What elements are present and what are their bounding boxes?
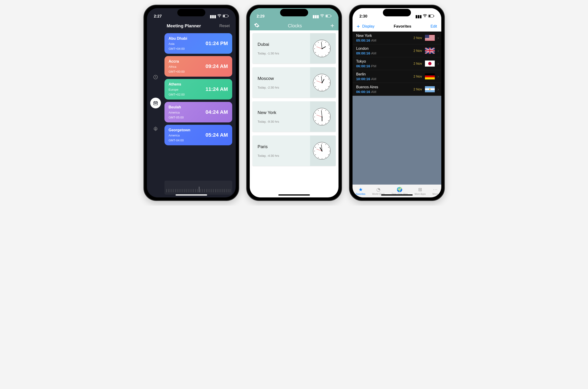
tab-time-zone-map[interactable]: 🌍Time Zone Map xyxy=(392,187,408,195)
flag-icon xyxy=(425,73,435,79)
svg-point-78 xyxy=(425,17,425,17)
display-button[interactable]: Display xyxy=(362,24,374,29)
svg-line-37 xyxy=(315,79,316,79)
favorite-row[interactable]: Berlin 10:00:16AM 2 Nov › xyxy=(352,70,441,83)
battery-icon xyxy=(223,14,229,19)
svg-line-26 xyxy=(322,46,326,49)
reset-button[interactable]: Reset xyxy=(219,24,230,28)
time-label: 01:24 PM xyxy=(206,40,228,46)
page-title: Favorites xyxy=(394,24,411,29)
city-card[interactable]: Beulah America GMT-05:00 04:24 AM xyxy=(164,102,232,122)
status-icons: ▮▮▮ xyxy=(415,14,434,19)
svg-point-92 xyxy=(428,62,432,65)
city-card[interactable]: Athens Europe GMT+02:00 11:24 AM xyxy=(164,79,232,99)
gmt-label: GMT+00:00 xyxy=(169,70,185,73)
sidebar-gear-icon[interactable] xyxy=(150,124,161,134)
city-name: New York xyxy=(356,34,376,38)
region-label: America xyxy=(169,134,190,137)
city-card[interactable]: Abu Dhabi Asia GMT+04:00 01:24 PM xyxy=(164,33,232,54)
home-indicator[interactable] xyxy=(278,194,310,195)
tab-more[interactable]: ⋯More xyxy=(433,187,438,195)
city-name: Tokyo xyxy=(356,59,376,64)
gmt-label: GMT+04:00 xyxy=(169,47,187,50)
battery-icon xyxy=(325,14,332,19)
svg-line-24 xyxy=(325,42,326,42)
analog-clock-icon xyxy=(313,142,331,160)
add-icon[interactable]: + xyxy=(357,23,360,30)
svg-rect-12 xyxy=(326,15,328,17)
city-card[interactable]: Georgetown America GMT-04:00 05:24 AM xyxy=(164,125,232,145)
ampm-label: PM xyxy=(371,64,376,68)
city-name: Georgetown xyxy=(169,128,190,132)
svg-line-42 xyxy=(322,79,324,83)
flag-icon xyxy=(425,48,435,54)
favorite-row[interactable]: Tokyo 06:00:16PM 2 Nov › xyxy=(352,57,441,70)
city-card[interactable]: Accra Africa GMT+00:00 09:24 AM xyxy=(164,56,232,77)
city-name: New York xyxy=(258,110,279,115)
analog-clock-icon xyxy=(313,74,331,91)
battery-icon xyxy=(428,14,434,19)
city-name: Accra xyxy=(169,59,185,64)
region-label: America xyxy=(169,111,184,114)
page-title: Meeting Planner xyxy=(167,23,201,29)
svg-line-41 xyxy=(328,79,329,79)
svg-point-10 xyxy=(322,17,322,17)
signal-icon: ▮▮▮ xyxy=(312,14,319,19)
svg-rect-87 xyxy=(425,39,435,39)
svg-line-70 xyxy=(318,144,318,145)
time-label: 10:00:16 xyxy=(356,77,370,81)
home-indicator[interactable] xyxy=(381,194,413,195)
gear-icon[interactable] xyxy=(254,22,260,29)
svg-line-53 xyxy=(315,113,316,113)
time-label: 04:24 AM xyxy=(206,109,228,115)
svg-point-0 xyxy=(219,17,219,17)
city-name: Berlin xyxy=(356,72,376,76)
favorite-row[interactable]: Buenos Aires 06:00:16AM 2 Nov › xyxy=(352,83,441,96)
analog-clock-icon xyxy=(313,108,331,126)
time-label: 05:24 AM xyxy=(206,132,228,138)
svg-point-77 xyxy=(321,150,322,151)
favorite-row[interactable]: New York 05:00:16AM 2 Nov › xyxy=(352,32,441,44)
city-name: Dubai xyxy=(258,42,279,47)
sidebar-calendar-icon[interactable] xyxy=(150,98,161,108)
tab-icon: ★ xyxy=(359,187,363,192)
sidebar-clock-icon[interactable] xyxy=(150,72,161,82)
chevron-right-icon: › xyxy=(437,35,439,40)
clock-card[interactable]: Moscow Today, -2:30 hrs xyxy=(252,67,336,98)
region-label: Asia xyxy=(169,42,187,46)
svg-line-72 xyxy=(325,144,326,145)
svg-point-7 xyxy=(155,103,156,104)
add-icon[interactable]: + xyxy=(330,22,334,30)
clock-card[interactable]: Paris Today, -4:30 hrs xyxy=(252,135,336,166)
status-time: 2:29 xyxy=(257,14,265,19)
svg-rect-86 xyxy=(425,38,435,38)
phone-meeting-planner: 2:27 ▮▮▮ Meeting Planner Reset xyxy=(143,5,239,201)
svg-point-29 xyxy=(321,48,322,49)
edit-button[interactable]: Edit xyxy=(431,24,437,29)
tab-more-apps[interactable]: ⊞More Apps xyxy=(414,187,426,195)
svg-line-43 xyxy=(321,76,322,83)
svg-line-28 xyxy=(316,46,322,49)
date-label: 2 Nov xyxy=(413,62,422,65)
offset-label: Today, -9:30 hrs xyxy=(258,120,279,123)
region-label: Europe xyxy=(169,88,185,91)
svg-line-66 xyxy=(318,157,318,158)
clock-card[interactable]: Dubai Today, -1:30 hrs xyxy=(252,33,336,64)
svg-line-27 xyxy=(321,42,322,49)
svg-point-6 xyxy=(155,103,155,104)
tab-world-clock[interactable]: ◔World Clock xyxy=(372,187,385,195)
svg-line-18 xyxy=(318,55,318,55)
favorite-row[interactable]: London 09:00:16AM 2 Nov › xyxy=(352,44,441,57)
tab-icon: ⊞ xyxy=(418,187,422,192)
notch xyxy=(177,9,205,16)
svg-line-63 xyxy=(328,154,329,155)
gmt-label: GMT-04:00 xyxy=(169,138,190,142)
clock-card[interactable]: New York Today, -9:30 hrs xyxy=(252,101,336,132)
tab-favorites[interactable]: ★Favorites xyxy=(356,187,365,195)
tab-icon: ◔ xyxy=(376,187,380,192)
phone-clocks: 2:29 ▮▮▮ Clocks + Dubai Today, -1:30 hrs xyxy=(246,5,342,201)
signal-icon: ▮▮▮ xyxy=(415,14,422,19)
home-indicator[interactable] xyxy=(175,194,207,195)
svg-line-60 xyxy=(316,115,322,117)
time-label: 05:00:16 xyxy=(356,38,370,42)
